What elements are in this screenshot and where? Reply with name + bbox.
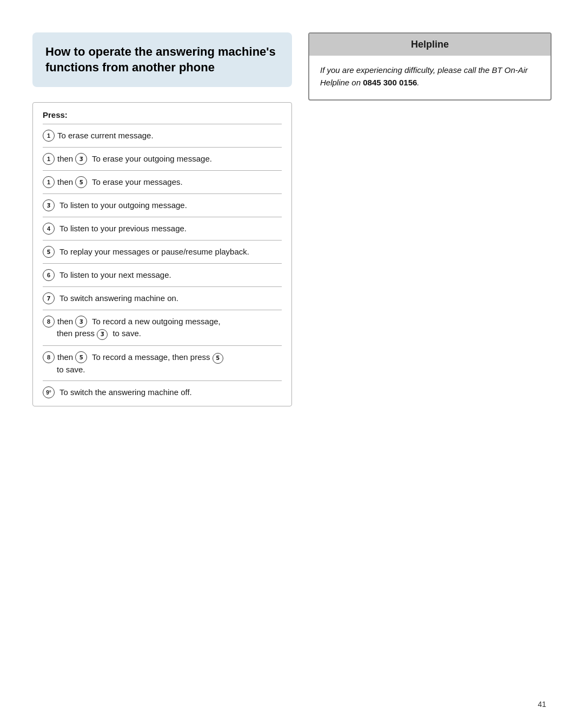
- key-3a: 3̈: [75, 153, 87, 165]
- instruction-row: 1 then 3̈ To erase your outgoing message…: [43, 148, 282, 171]
- key-5a: 5̈: [75, 176, 87, 188]
- right-column: Helpline If you are experiencing difficu…: [308, 32, 552, 101]
- instruction-row: 3̈ To listen to your outgoing message.: [43, 194, 282, 217]
- instruction-content: 1 then 3̈ To erase your outgoing message…: [43, 153, 282, 165]
- then-text-4: then: [57, 351, 73, 363]
- press-section: Press: 1 To erase current message. 1 the…: [32, 102, 292, 406]
- instruction-content: 1 then 5̈ To erase your messages.: [43, 176, 282, 188]
- instruction-content: 3̈ To listen to your outgoing message.: [43, 199, 282, 211]
- instruction-row: 6 To listen to your next message.: [43, 264, 282, 287]
- instruction-text-7: To listen to your next message.: [57, 269, 282, 280]
- key-1: 1: [43, 130, 55, 142]
- instruction-row: 5̈ To replay your messages or pause/resu…: [43, 241, 282, 264]
- instruction-row: 1 then 5̈ To erase your messages.: [43, 171, 282, 194]
- helpline-body: If you are experiencing difficulty, plea…: [309, 56, 550, 99]
- helpline-period: .: [417, 78, 419, 87]
- key-9: 9°: [43, 386, 55, 398]
- page: How to operate the answering machine's f…: [0, 0, 584, 728]
- instruction-text-9b: then press 3̈ to save.: [43, 328, 282, 340]
- instruction-text-9: To record a new outgoing message,: [90, 316, 282, 327]
- key-3d: 3̈: [97, 329, 108, 340]
- instruction-row: 7̈ To switch answering machine on.: [43, 287, 282, 310]
- then-text-2: then: [57, 176, 73, 188]
- instruction-text-1: To erase current message.: [57, 130, 282, 141]
- page-title: How to operate the answering machine's f…: [45, 44, 279, 75]
- key-1b: 1: [43, 153, 55, 165]
- instruction-content: 6 To listen to your next message.: [43, 269, 282, 281]
- instruction-content: 1 To erase current message.: [43, 130, 282, 142]
- instruction-text-6: To replay your messages or pause/resume …: [57, 246, 282, 257]
- key-6: 6: [43, 269, 55, 281]
- instruction-text-8: To switch answering machine on.: [57, 292, 282, 304]
- key-5c: 5̈: [75, 351, 87, 363]
- key-3c: 3̈: [75, 316, 87, 328]
- then-text: then: [57, 153, 73, 164]
- key-1c: 1: [43, 176, 55, 188]
- key-3b: 3̈: [43, 199, 55, 211]
- instruction-text-4: To listen to your outgoing message.: [57, 199, 282, 211]
- press-label: Press:: [43, 103, 282, 124]
- instruction-text-11: To switch the answering machine off.: [57, 386, 282, 398]
- helpline-phone: 0845 300 0156: [363, 78, 417, 87]
- key-8a: 8: [43, 316, 55, 328]
- helpline-box: Helpline If you are experiencing difficu…: [308, 32, 552, 101]
- instruction-text-2: To erase your outgoing message.: [90, 153, 282, 164]
- key-7: 7̈: [43, 292, 55, 304]
- title-box: How to operate the answering machine's f…: [32, 32, 292, 87]
- helpline-italic-text: If you are experiencing difficulty, plea…: [320, 65, 528, 87]
- helpline-text: If you are experiencing difficulty, plea…: [320, 64, 540, 89]
- instruction-row: 4 To listen to your previous message.: [43, 217, 282, 241]
- instruction-content: 8 then 3̈ To record a new outgoing messa…: [43, 316, 282, 340]
- key-5d: 5̈: [213, 353, 223, 364]
- instruction-row: 9° To switch the answering machine off.: [43, 381, 282, 404]
- instruction-row: 1 To erase current message.: [43, 124, 282, 148]
- key-4: 4: [43, 223, 55, 235]
- instruction-content: 8 then 5̈ To record a message, then pres…: [43, 351, 282, 375]
- left-column: How to operate the answering machine's f…: [32, 32, 292, 406]
- instruction-text-3: To erase your messages.: [90, 176, 282, 188]
- helpline-header: Helpline: [309, 34, 550, 56]
- instruction-content: 7̈ To switch answering machine on.: [43, 292, 282, 304]
- instruction-content: 4 To listen to your previous message.: [43, 223, 282, 235]
- then-text-3: then: [57, 316, 73, 327]
- instruction-row: 8 then 5̈ To record a message, then pres…: [43, 346, 282, 381]
- instruction-content: 5̈ To replay your messages or pause/resu…: [43, 246, 282, 258]
- key-8b: 8: [43, 351, 55, 363]
- key-5b: 5̈: [43, 246, 55, 258]
- instruction-text-10b: to save.: [43, 364, 282, 375]
- instruction-text-5: To listen to your previous message.: [57, 223, 282, 234]
- instruction-text-10: To record a message, then press 5̈: [90, 351, 282, 364]
- page-number: 41: [537, 700, 546, 709]
- instruction-row: 8 then 3̈ To record a new outgoing messa…: [43, 310, 282, 346]
- instruction-content: 9° To switch the answering machine off.: [43, 386, 282, 398]
